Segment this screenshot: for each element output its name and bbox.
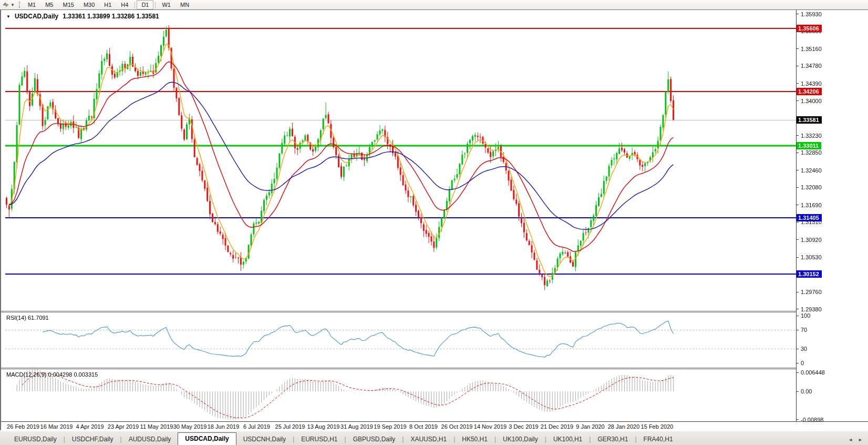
price-level-label: 1.34206 [797,88,822,95]
chart-tab-gbpusd-daily[interactable]: GBPUSD,Daily [346,434,402,445]
time-axis-label: 15 Feb 2020 [641,423,674,430]
chart-tab-uk100-h1[interactable]: UK100,H1 [546,434,589,445]
timeframes-menu-button[interactable]: ▼ [0,1,17,9]
chart-tab-ger30-h1[interactable]: GER30,H1 [591,434,635,445]
time-axis-label: 26 Feb 2019 [7,423,39,430]
chart-tab-xauusd-h1[interactable]: XAUUSD,H1 [404,434,453,445]
price-axis-tick: 1.32080 [797,184,822,190]
chart-window: ▼ USDCAD,Daily 1.33361 1.33899 1.33286 1… [0,9,868,430]
time-axis-label: 11 May 2019 [140,423,173,430]
rsi-axis-tick: 70 [797,327,807,333]
chart-tab-hk50-h1[interactable]: HK50,H1 [455,434,494,445]
price-axis-tick: 1.32850 [797,149,822,156]
chart-tab-eurusd-daily[interactable]: EURUSD,Daily [7,434,64,445]
timeframe-button-w1[interactable]: W1 [157,0,175,9]
price-axis-tick: 1.31690 [797,202,822,208]
price-level-label: 1.31405 [797,214,822,221]
time-axis-label: 8 Oct 2019 [409,423,438,430]
time-axis-label: 19 Sep 2019 [374,423,406,430]
price-level-label: 1.33011 [797,142,821,149]
chart-title: ▼ USDCAD,Daily 1.33361 1.33899 1.33286 1… [6,13,159,20]
chart-tab-uk100-daily[interactable]: UK100,Daily [496,434,545,445]
price-axis-tick: 1.33230 [797,133,822,139]
rsi-chart-canvas[interactable] [5,312,798,368]
price-chart-canvas[interactable] [5,10,798,311]
rsi-current-value: 61.7091 [28,315,49,321]
chart-tab-usdchf-daily[interactable]: USDCHF,Daily [65,434,120,445]
time-axis-label: 25 Jul 2019 [275,423,305,430]
chart-symbol-period: USDCAD,Daily [15,13,58,20]
chart-tab-audusd-daily[interactable]: AUDUSD,Daily [122,434,178,445]
chart-tab-bar: EURUSD,Daily|USDCHF,Daily|AUDUSD,DailyUS… [0,430,868,445]
tabs-scroll-right-icon[interactable]: ► [858,437,863,442]
price-axis-tick: 1.32460 [797,167,822,174]
price-axis-tick: 1.30920 [797,237,822,243]
rsi-label: RSI(14) 61.7091 [6,315,49,321]
trading-terminal: ▼ M1M5M15M30H1H4D1W1MN ▼ USDCAD,Daily 1.… [0,0,868,445]
macd-pane: MACD(12,26,9) 0.004298 0.003315 [1,369,868,421]
time-axis-label: 9 Jan 2020 [576,423,604,430]
toolbar-separator [155,2,156,8]
time-axis-label: 4 Apr 2019 [76,423,104,430]
chart-tab-eurusd-h1[interactable]: EURUSD,H1 [294,434,344,445]
rsi-axis-tick: 30 [797,346,807,352]
price-axis-tick: 1.35930 [797,11,822,17]
time-axis-label: 28 Jan 2020 [608,423,640,430]
macd-chart-canvas[interactable] [5,369,798,421]
chart-tab-fra40-h1[interactable]: FRA40,H1 [637,434,680,445]
timeframe-button-m5[interactable]: M5 [40,0,58,9]
price-axis-tick: 1.30530 [797,254,822,260]
timeframe-button-d1[interactable]: D1 [137,0,153,9]
timeframe-button-h1[interactable]: H1 [99,0,116,9]
rsi-pane: RSI(14) 61.7091 [1,312,868,368]
price-axis-tick: 1.35160 [797,46,822,52]
price-axis-tick: 1.34780 [797,63,822,69]
price-level-label: 1.33581 [797,116,822,124]
time-axis-label: 23 Apr 2019 [108,423,139,430]
toolbar-grip-handle[interactable] [19,2,20,8]
time-axis-label: 21 Dec 2019 [541,423,573,430]
time-axis-label: 18 Jun 2019 [208,423,240,430]
toolbar-separator [135,2,135,8]
timeframe-button-h4[interactable]: H4 [116,0,133,9]
time-axis-label: 3 Dec 2019 [509,423,538,430]
time-axis-label: 31 Aug 2019 [340,423,373,430]
timeframe-button-m15[interactable]: M15 [58,0,78,9]
price-level-label: 1.35606 [797,25,822,32]
price-level-label: 1.30152 [797,270,822,278]
timeframe-toolbar: ▼ M1M5M15M30H1H4D1W1MN [0,0,868,10]
price-pane: ▼ USDCAD,Daily 1.33361 1.33899 1.33286 1… [1,10,868,311]
timeframe-button-m1[interactable]: M1 [23,0,40,9]
chart-menu-icon[interactable]: ▼ [6,14,11,19]
macd-axis-tick: -0.00898 [797,417,823,423]
macd-label: MACD(12,26,9) 0.004298 0.003315 [6,371,98,378]
macd-axis-tick: 0.006448 [797,369,825,376]
chevron-down-icon: ▼ [11,3,15,7]
timeframes-icon [2,1,9,8]
tabs-scroll-left-icon[interactable]: ◄ [848,437,853,442]
macd-current-values: 0.004298 0.003315 [48,371,98,378]
timeframe-button-mn[interactable]: MN [175,0,194,9]
time-axis-label: 13 Aug 2019 [307,423,340,430]
rsi-axis-tick: 0 [797,360,804,366]
timeframe-button-m30[interactable]: M30 [79,0,99,9]
price-axis-tick: 1.29380 [797,306,822,312]
chart-tab-usdcnh-daily[interactable]: USDCNH,Daily [236,434,293,445]
time-axis[interactable]: 26 Feb 201916 Mar 20194 Apr 201923 Apr 2… [1,421,868,431]
chart-tab-usdcad-daily[interactable]: USDCAD,Daily [178,432,236,445]
time-axis-label: 14 Nov 2019 [474,423,507,430]
macd-axis-tick: 0.00 [797,388,812,395]
tab-scroll-controls: ◄ ► [845,437,868,445]
price-axis-tick: 1.29760 [797,289,822,295]
price-axis[interactable]: 1.359301.355501.351601.347801.343901.340… [796,10,868,421]
rsi-axis-tick: 100 [797,312,810,319]
time-axis-label: 26 Oct 2019 [441,423,473,430]
time-axis-label: 6 Jul 2019 [243,423,270,430]
time-axis-label: 16 Mar 2019 [40,423,73,430]
chart-ohlc-values: 1.33361 1.33899 1.33286 1.33581 [63,13,159,20]
price-axis-tick: 1.34390 [797,80,822,87]
price-axis-tick: 1.34000 [797,98,822,104]
time-axis-label: 30 May 2019 [173,423,207,430]
